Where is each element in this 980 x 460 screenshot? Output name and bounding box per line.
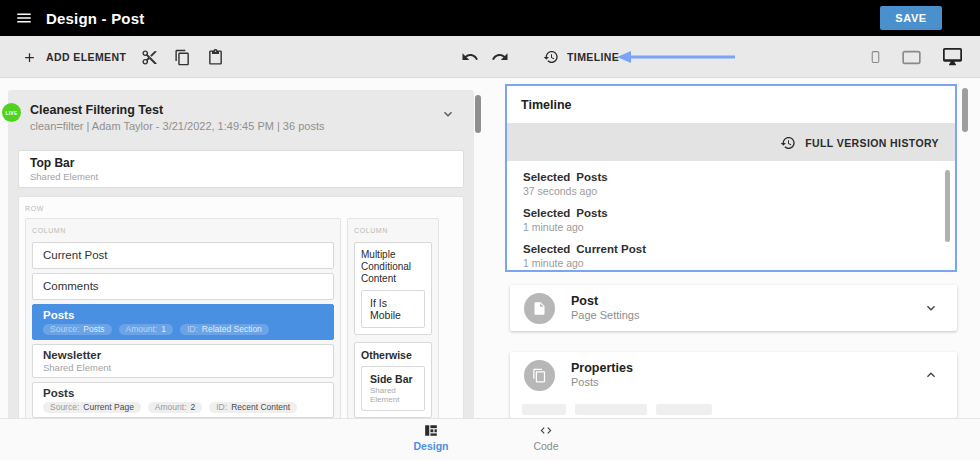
design-tab-label: Design [413,440,448,452]
timeline-label: TIMELINE [567,51,619,63]
timeline-toolbar: FULL VERSION HISTORY [507,124,955,161]
entry-time: 37 seconds ago [523,185,939,198]
card-title: Properties [571,361,633,375]
properties-card[interactable]: Properties Posts [510,352,957,418]
tree-item-newsletter[interactable]: Newsletter Shared Element [32,344,334,378]
tree-item-posts-selected[interactable]: Posts Source:Posts Amount:1 ID:Related S… [32,304,334,340]
entry-target: Current Post [576,243,646,255]
scissors-icon [141,49,158,66]
source-badge: Source:Posts [43,324,112,335]
right-panel-scrollbar[interactable] [962,88,968,132]
element-title: Multiple Conditional Content [361,249,425,285]
element-subtitle: Shared Element [370,386,416,404]
tree-item-posts-recent[interactable]: Posts Source:Current Page Amount:2 ID:Re… [32,382,334,418]
tablet-icon [901,50,922,65]
timeline-title: Timeline [507,86,955,124]
tree-item-otherwise[interactable]: Otherwise Side Bar Shared Element [354,342,432,418]
redo-icon [491,48,509,66]
hamburger-menu-icon[interactable] [12,6,36,30]
entry-action: Selected [523,243,570,255]
chevron-down-icon[interactable] [440,106,456,122]
column-container-1[interactable]: COLUMN Current Post Comments Posts Sourc… [25,218,341,418]
timeline-list-scrollbar[interactable] [945,170,950,242]
tree-item-side-bar[interactable]: Side Bar Shared Element [361,366,425,411]
row-label: ROW [25,203,457,214]
element-title: Current Post [43,249,323,262]
timeline-entry[interactable]: SelectedPosts 1 minute ago [523,207,939,234]
element-title: Newsletter [43,349,323,362]
code-icon [538,424,554,437]
id-badge: ID:Recent Content [209,402,297,413]
element-title: Side Bar [370,373,416,385]
property-placeholder [656,404,712,415]
page-title: Design - Post [46,10,144,27]
clipboard-icon [207,49,224,66]
cut-button[interactable] [141,36,158,78]
timeline-panel: Timeline FULL VERSION HISTORY SelectedPo… [505,84,957,272]
preview-desktop-button[interactable] [942,36,963,78]
version-meta: clean=filter | Adam Taylor - 3/21/2022, … [30,120,458,132]
redo-button[interactable] [491,36,509,78]
amount-badge: Amount:1 [119,324,173,335]
property-placeholder [522,404,566,415]
element-title: Posts [43,387,323,400]
tab-code[interactable]: Code [516,424,576,452]
entry-time: 1 minute ago [523,257,939,270]
element-subtitle: Shared Element [30,171,452,182]
add-element-button[interactable]: ADD ELEMENT [22,36,126,78]
tree-item-top-bar[interactable]: Top Bar Shared Element [18,150,464,188]
phone-icon [869,47,882,67]
full-version-history-button[interactable]: FULL VERSION HISTORY [805,137,939,149]
column-label: COLUMN [32,225,334,236]
column-container-2[interactable]: COLUMN Multiple Conditional Content If I… [347,218,439,418]
save-button[interactable]: SAVE [880,6,942,30]
chevron-up-icon[interactable] [923,367,939,383]
version-title: Cleanest Filtering Test [30,103,458,117]
element-title: Posts [43,309,323,322]
tree-item-comments[interactable]: Comments [32,273,334,300]
tree-item-current-post[interactable]: Current Post [32,242,334,269]
add-element-label: ADD ELEMENT [46,51,126,63]
entry-action: Selected [523,207,570,219]
page-version-header[interactable]: Cleanest Filtering Test clean=filter | A… [8,90,474,146]
entry-action: Selected [523,171,570,183]
property-placeholder [575,404,647,415]
copy-button[interactable] [174,36,191,78]
id-badge: ID:Related Section [180,324,269,335]
preview-tablet-button[interactable] [901,36,922,78]
layers-icon [524,360,555,391]
source-badge: Source:Current Page [43,402,141,413]
undo-icon [461,48,479,66]
design-grid-icon [424,424,438,437]
card-title: Post [571,294,640,308]
desktop-icon [942,48,963,67]
entry-target: Posts [576,171,607,183]
toolbar: ADD ELEMENT TIMELINE [0,36,980,78]
timeline-button[interactable]: TIMELINE [543,36,619,78]
paste-button[interactable] [207,36,224,78]
left-panel-scrollbar[interactable] [475,95,481,133]
code-tab-label: Code [533,440,558,452]
row-container[interactable]: ROW COLUMN Current Post Comments Posts S… [18,196,464,418]
tree-item-if-is-mobile[interactable]: If Is Mobile [361,290,425,328]
element-tree-panel: LIVE Cleanest Filtering Test clean=filte… [8,90,474,418]
tree-item-conditional-content[interactable]: Multiple Conditional Content If Is Mobil… [354,242,432,335]
undo-button[interactable] [461,36,479,78]
preview-phone-button[interactable] [869,36,882,78]
element-title: Comments [43,280,323,293]
element-subtitle: Shared Element [43,363,323,373]
properties-placeholder-row [522,404,712,415]
chevron-down-icon[interactable] [923,300,939,316]
timeline-entry-list: SelectedPosts 37 seconds ago SelectedPos… [507,161,955,289]
tab-design[interactable]: Design [401,424,461,452]
page-settings-card[interactable]: Post Page Settings [510,285,957,331]
element-title: If Is Mobile [370,297,416,321]
timeline-entry[interactable]: SelectedCurrent Post 1 minute ago [523,243,939,270]
element-title: Otherwise [361,349,425,361]
view-switcher-bar: Design Code [0,418,980,460]
column-label: COLUMN [354,225,432,236]
timeline-entry[interactable]: SelectedPosts 37 seconds ago [523,171,939,198]
history-clock-icon [780,135,796,151]
entry-time: 1 minute ago [523,221,939,234]
history-clock-icon [543,49,559,65]
